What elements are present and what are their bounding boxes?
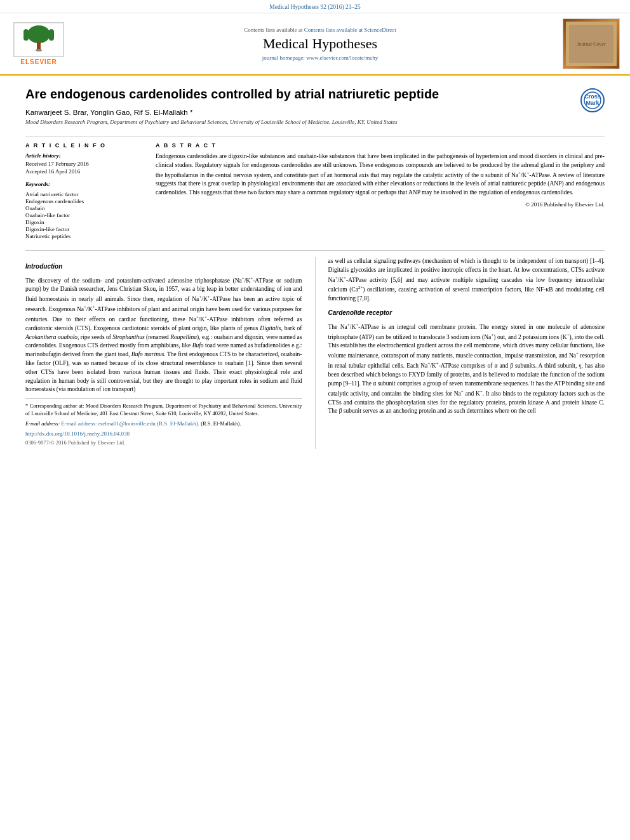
elsevier-brand-text: ELSEVIER — [20, 58, 57, 65]
svg-text:Cross: Cross — [584, 93, 601, 100]
article-body: A R T I C L E I N F O Article history: R… — [25, 142, 605, 240]
keyword-4: Ouabain-like factor — [25, 212, 143, 218]
keyword-5: Digoxin — [25, 219, 143, 225]
journal-title: Medical Hypotheses — [77, 36, 563, 52]
keyword-2: Endogenous cardenolides — [25, 198, 143, 204]
doi-link[interactable]: http://dx.doi.org/10.1016/j.mehy.2016.04… — [25, 430, 302, 438]
history-heading: Article history: — [25, 152, 143, 159]
elsevier-logo: ELSEVIER — [10, 22, 67, 65]
journal-cover-image: Journal Cover — [563, 18, 620, 69]
intro-heading: Introduction — [25, 262, 302, 272]
abstract-heading: A B S T R A C T — [156, 142, 605, 149]
divider-2 — [25, 250, 605, 251]
elsevier-logo-image — [13, 22, 64, 57]
email-link[interactable]: E-mail address: rselma01@louisville.edu … — [61, 420, 199, 427]
column-divider — [315, 257, 316, 449]
crossmark-logo[interactable]: Cross Mark — [580, 88, 605, 112]
left-column: Introduction The discovery of the sodium… — [25, 257, 302, 449]
svg-point-6 — [36, 49, 42, 51]
authors-text: Kanwarjeet S. Brar, Yonglin Gao, Rif S. … — [25, 109, 192, 116]
svg-rect-4 — [49, 29, 54, 41]
svg-rect-2 — [37, 42, 41, 50]
footnote-email: E-mail address: E-mail address: rselma01… — [25, 420, 302, 428]
keyword-7: Natriuretic peptides — [25, 233, 143, 239]
journal-reference: Medical Hypotheses 92 (2016) 21–25 — [0, 0, 630, 13]
journal-ref-text: Medical Hypotheses 92 (2016) 21–25 — [269, 4, 361, 10]
authors: Kanwarjeet S. Brar, Yonglin Gao, Rif S. … — [25, 109, 439, 116]
article-title-block: Are endogenous cardenolides controlled b… — [25, 86, 439, 131]
keywords-list: Atrial natriuretic factor Endogenous car… — [25, 191, 143, 239]
contents-line: Contents lists available at Contents lis… — [77, 27, 563, 33]
intro-para1: The discovery of the sodium- and potassi… — [25, 276, 302, 395]
article-info-column: A R T I C L E I N F O Article history: R… — [25, 142, 143, 240]
affiliation: Mood Disorders Research Program, Departm… — [25, 119, 439, 125]
accepted-date: Accepted 16 April 2016 — [25, 168, 143, 175]
footnote-star: * Corresponding author at: Mood Disorder… — [25, 403, 302, 418]
svg-point-1 — [27, 25, 50, 43]
keyword-1: Atrial natriuretic factor — [25, 191, 143, 197]
article-info-heading: A R T I C L E I N F O — [25, 142, 143, 149]
abstract-column: A B S T R A C T Endogenous cardenolides … — [156, 142, 605, 240]
issn-line: 0306-9877/© 2016 Published by Elsevier L… — [25, 439, 302, 447]
cardenolide-receptor-para: The Na+/K+-ATPase is an integral cell me… — [328, 322, 605, 416]
journal-homepage: journal homepage: www.elsevier.com/locat… — [77, 55, 563, 61]
right-column: as well as cellular signaling pathways (… — [328, 257, 605, 449]
abstract-text: Endogenous cardenolides are digoxin-like… — [156, 152, 605, 197]
main-columns: Introduction The discovery of the sodium… — [25, 257, 605, 449]
keyword-6: Digoxin-like factor — [25, 226, 143, 232]
journal-header: ELSEVIER Contents lists available at Con… — [0, 13, 630, 76]
keyword-3: Ouabain — [25, 205, 143, 211]
copyright: © 2016 Published by Elsevier Ltd. — [156, 201, 605, 208]
keywords-heading: Keywords: — [25, 181, 143, 187]
svg-text:Mark: Mark — [586, 100, 600, 106]
sciencedirect-link[interactable]: Contents lists available at ScienceDirec… — [304, 27, 396, 33]
title-row: Are endogenous cardenolides controlled b… — [25, 86, 605, 131]
footnote-area: * Corresponding author at: Mood Disorder… — [25, 398, 302, 447]
intro-para2: as well as cellular signaling pathways (… — [328, 257, 605, 303]
svg-rect-3 — [23, 29, 29, 41]
journal-center: Contents lists available at Contents lis… — [77, 27, 563, 61]
divider-1 — [25, 137, 605, 137]
article-content: Are endogenous cardenolides controlled b… — [0, 76, 630, 459]
cardenolide-receptor-heading: Cardenolide receptor — [328, 309, 605, 318]
svg-text:Journal Cover: Journal Cover — [577, 41, 605, 47]
homepage-text: journal homepage: www.elsevier.com/locat… — [262, 55, 378, 61]
received-date: Received 17 February 2016 — [25, 161, 143, 167]
article-title: Are endogenous cardenolides controlled b… — [25, 86, 439, 102]
